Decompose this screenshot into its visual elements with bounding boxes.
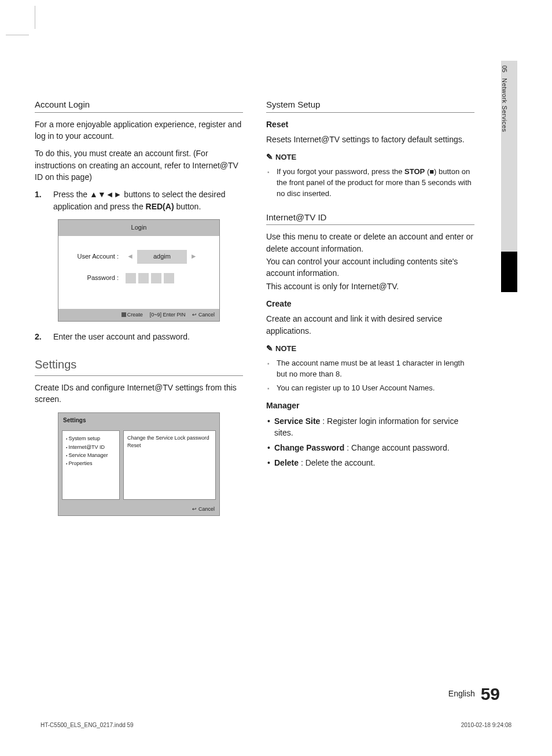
crop-mark	[6, 35, 29, 35]
login-screenshot: Login User Account : ◄ adgim ► Password …	[58, 219, 220, 322]
print-footer: HT-C5500_ELS_ENG_0217.indd 59 2010-02-18…	[41, 722, 511, 728]
step-1: 1. Press the ▲▼◄► buttons to select the …	[35, 189, 243, 212]
note-item: You can register up to 10 User Account N…	[277, 383, 474, 394]
page-footer: English 59	[448, 684, 500, 704]
note-icon: ✎	[266, 344, 273, 353]
itv-p2: You can control your account including c…	[266, 256, 474, 279]
note-item: If you forgot your password, press the S…	[277, 167, 474, 200]
pin-hint: [0~9] Enter PIN	[150, 311, 186, 319]
settings-panel: Change the Service Lock password Reset	[123, 430, 216, 500]
chapter-number: 05	[501, 61, 508, 72]
note-heading: ✎NOTE	[266, 151, 474, 163]
manager-item: Delete : Delete the account.	[274, 457, 474, 469]
manager-item: Service Site : Register login informatio…	[274, 415, 474, 439]
password-boxes	[126, 273, 174, 283]
menu-item: System setup	[66, 434, 116, 442]
note-heading: ✎NOTE	[266, 342, 474, 355]
stop-icon: ■	[429, 167, 434, 176]
reset-heading: Reset	[266, 119, 474, 130]
password-label: Password :	[65, 274, 123, 283]
arrow-left-icon: ◄	[123, 252, 137, 261]
left-column: Account Login For a more enjoyable appli…	[35, 98, 243, 516]
side-marker	[501, 252, 517, 292]
user-account-label: User Account :	[65, 252, 123, 261]
menu-item: Service Manager	[66, 451, 116, 459]
menu-item: Properties	[66, 459, 116, 467]
step-2: 2. Enter the user account and password.	[35, 331, 243, 342]
arrow-right-icon: ►	[187, 252, 201, 261]
settings-menu: System setup Internet@TV ID Service Mana…	[62, 430, 120, 500]
settings-dialog-title: Settings	[58, 413, 219, 429]
side-tab: 05 Network Services	[501, 61, 517, 263]
manager-item: Change Password : Change account passwor…	[274, 442, 474, 453]
menu-item: Internet@TV ID	[66, 443, 116, 451]
right-column: System Setup Reset Resets Internet@TV se…	[266, 98, 474, 516]
chapter-label: Network Services	[501, 72, 508, 132]
settings-p1: Create IDs and configure Internet@TV set…	[35, 382, 243, 405]
red-a-icon	[122, 312, 126, 317]
system-setup-title: System Setup	[266, 98, 474, 113]
create-hint: Create	[127, 312, 143, 318]
account-login-p2: To do this, you must create an account f…	[35, 147, 243, 183]
settings-screenshot: Settings System setup Internet@TV ID Ser…	[58, 412, 220, 517]
settings-heading: Settings	[35, 356, 243, 376]
reset-body: Resets Internet@TV settings to factory d…	[266, 134, 474, 145]
note-item: The account name must be at least 1 char…	[277, 358, 474, 380]
itv-p3: This account is only for Internet@TV.	[266, 281, 474, 292]
internet-tv-id-title: Internet@TV ID	[266, 211, 474, 226]
account-login-title: Account Login	[35, 98, 243, 113]
footer-lang: English	[448, 689, 475, 698]
account-login-p1: For a more enjoyable application experie…	[35, 119, 243, 142]
print-file: HT-C5500_ELS_ENG_0217.indd 59	[41, 722, 134, 728]
manager-heading: Manager	[266, 400, 474, 411]
create-heading: Create	[266, 298, 474, 309]
cancel-hint: Cancel	[198, 312, 215, 318]
create-body: Create an account and link it with desir…	[266, 313, 474, 337]
page-number: 59	[481, 684, 500, 703]
return-icon: ↩	[192, 506, 197, 513]
itv-p1: Use this menu to create or delete an acc…	[266, 231, 474, 255]
return-icon: ↩	[192, 311, 197, 319]
user-account-value: adgim	[137, 250, 187, 264]
note-icon: ✎	[266, 152, 273, 161]
print-date: 2010-02-18 9:24:08	[461, 722, 511, 728]
crop-mark	[35, 6, 35, 29]
login-dialog-title: Login	[58, 220, 219, 236]
cancel-hint: Cancel	[198, 506, 215, 512]
